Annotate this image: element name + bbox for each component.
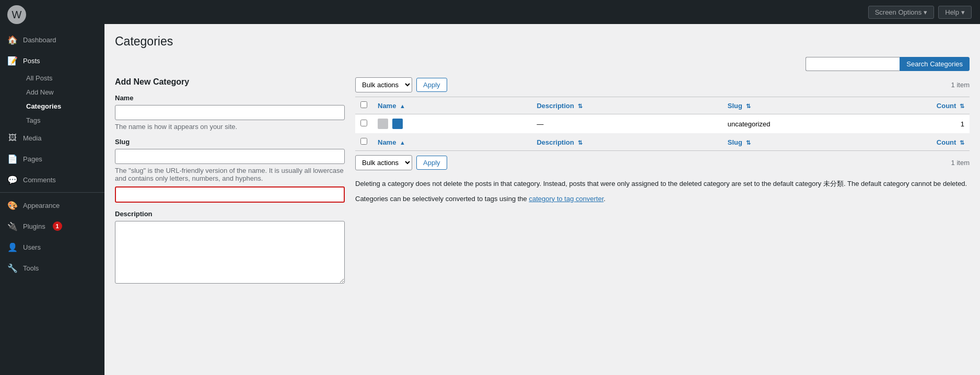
content-area: Categories Search Categories Add New Cat… — [104, 24, 980, 375]
sidebar-item-categories[interactable]: Categories — [23, 99, 104, 113]
apply-button-top[interactable]: Apply — [416, 78, 447, 92]
screen-options-button[interactable]: Screen Options ▾ — [868, 6, 935, 19]
count-footer-sort-icon: ⇅ — [960, 139, 964, 146]
bulk-actions-bar-bottom: Bulk actions Apply 1 item — [355, 155, 970, 170]
info-line2: Categories can be selectively converted … — [355, 194, 970, 205]
wp-logo-icon: W — [7, 5, 26, 24]
sidebar-item-comments[interactable]: 💬 Comments — [0, 169, 104, 190]
description-textarea[interactable] — [115, 221, 345, 284]
info-line1: Deleting a category does not delete the … — [355, 179, 970, 190]
posts-submenu: All Posts Add New Categories Tags — [0, 71, 104, 127]
count-footer-col-label: Count — [937, 138, 956, 146]
add-form-title: Add New Category — [115, 77, 345, 87]
name-group: Name The name is how it appears on your … — [115, 94, 345, 131]
dashboard-icon: 🏠 — [7, 34, 18, 45]
slug-footer-column-header[interactable]: Slug ⇅ — [722, 134, 892, 151]
posts-icon: 📝 — [7, 55, 18, 66]
plugins-badge: 1 — [53, 221, 62, 231]
select-all-header — [355, 97, 372, 114]
select-all-footer-checkbox[interactable] — [360, 138, 367, 145]
help-label: Help — [945, 8, 959, 16]
sidebar-item-add-new[interactable]: Add New — [23, 85, 104, 99]
sidebar-item-label: Posts — [23, 57, 40, 65]
name-label: Name — [115, 94, 345, 102]
search-categories-button[interactable]: Search Categories — [900, 57, 970, 71]
info-line2-before: Categories can be selectively converted … — [355, 195, 529, 203]
desc-footer-sort-icon: ⇅ — [578, 139, 582, 146]
sidebar-item-all-posts[interactable]: All Posts — [23, 71, 104, 85]
item-count-bottom: 1 item — [951, 159, 970, 167]
plugins-icon: 🔌 — [7, 221, 18, 231]
right-panel: Bulk actions Apply 1 item — [355, 77, 970, 292]
table-row: — uncategorized 1 — [355, 114, 970, 134]
apply-button-bottom[interactable]: Apply — [416, 156, 447, 170]
row-description: — — [536, 120, 543, 128]
help-chevron-icon: ▾ — [961, 8, 965, 16]
slug-label: Slug — [115, 138, 345, 146]
all-posts-label: All Posts — [26, 74, 53, 82]
topbar: Screen Options ▾ Help ▾ — [104, 0, 980, 24]
categories-label: Categories — [26, 102, 61, 110]
comments-icon: 💬 — [7, 174, 18, 185]
slug-column-header[interactable]: Slug ⇅ — [722, 97, 892, 114]
name-input[interactable] — [115, 105, 345, 120]
categories-table: Name ▲ Description ⇅ Slug ⇅ — [355, 97, 970, 151]
name-help: The name is how it appears on your site. — [115, 123, 345, 131]
slug-col-label: Slug — [728, 102, 742, 110]
tags-label: Tags — [26, 116, 40, 124]
screen-options-label: Screen Options — [875, 8, 922, 16]
sidebar-item-plugins[interactable]: 🔌 Plugins 1 — [0, 216, 104, 237]
sidebar-item-label: Plugins — [23, 222, 45, 230]
category-icon-blue — [392, 119, 403, 129]
row-checkbox-cell — [355, 114, 372, 134]
sidebar-item-label: Pages — [23, 155, 42, 163]
add-new-label: Add New — [26, 88, 54, 96]
sidebar-item-tags[interactable]: Tags — [23, 113, 104, 127]
name-sort-icon: ▲ — [400, 103, 405, 109]
row-description-cell: — — [531, 114, 722, 134]
count-footer-column-header[interactable]: Count ⇅ — [892, 134, 970, 151]
desc-col-label: Description — [536, 102, 574, 110]
count-column-header[interactable]: Count ⇅ — [892, 97, 970, 114]
sidebar-item-label: Users — [23, 243, 41, 251]
name-column-header[interactable]: Name ▲ — [372, 97, 531, 114]
sidebar-item-dashboard[interactable]: 🏠 Dashboard — [0, 29, 104, 50]
search-input[interactable] — [806, 57, 900, 71]
bulk-actions-select-bottom[interactable]: Bulk actions — [355, 155, 412, 170]
category-icon-gray — [378, 119, 388, 129]
count-col-label: Count — [937, 102, 956, 110]
select-all-checkbox[interactable] — [360, 101, 367, 108]
main-area: Screen Options ▾ Help ▾ Categories Searc… — [104, 0, 980, 375]
name-footer-column-header[interactable]: Name ▲ — [372, 134, 531, 151]
media-icon: 🖼 — [7, 133, 18, 143]
sidebar-item-media[interactable]: 🖼 Media — [0, 127, 104, 148]
description-group: Description — [115, 210, 345, 285]
sidebar: W 🏠 Dashboard 📝 Posts All Posts Add New … — [0, 0, 104, 375]
name-col-label: Name — [378, 102, 396, 110]
screen-options-chevron-icon: ▾ — [924, 8, 927, 16]
slug-input[interactable] — [115, 149, 345, 164]
users-icon: 👤 — [7, 242, 18, 252]
sidebar-item-users[interactable]: 👤 Users — [0, 237, 104, 257]
category-tag-converter-link[interactable]: category to tag converter — [529, 195, 603, 203]
description-footer-column-header[interactable]: Description ⇅ — [531, 134, 722, 151]
info-text: Deleting a category does not delete the … — [355, 179, 970, 205]
sidebar-item-label: Comments — [23, 176, 56, 184]
row-slug-cell: uncategorized — [722, 114, 892, 134]
table-footer-header-row: Name ▲ Description ⇅ Slug ⇅ — [355, 134, 970, 151]
description-column-header[interactable]: Description ⇅ — [531, 97, 722, 114]
help-button[interactable]: Help ▾ — [938, 6, 972, 19]
sidebar-item-appearance[interactable]: 🎨 Appearance — [0, 195, 104, 216]
left-panel: Add New Category Name The name is how it… — [115, 77, 345, 292]
bulk-left-bottom: Bulk actions Apply — [355, 155, 447, 170]
item-count-top: 1 item — [951, 81, 970, 89]
sidebar-item-tools[interactable]: 🔧 Tools — [0, 257, 104, 278]
bulk-actions-select-top[interactable]: Bulk actions — [355, 77, 412, 92]
row-count: 1 — [961, 120, 964, 128]
table-header-row: Name ▲ Description ⇅ Slug ⇅ — [355, 97, 970, 114]
sidebar-item-posts[interactable]: 📝 Posts — [0, 50, 104, 71]
sidebar-item-pages[interactable]: 📄 Pages — [0, 148, 104, 169]
row-checkbox[interactable] — [360, 120, 367, 126]
appearance-icon: 🎨 — [7, 200, 18, 210]
slug-error-input[interactable] — [115, 186, 345, 203]
